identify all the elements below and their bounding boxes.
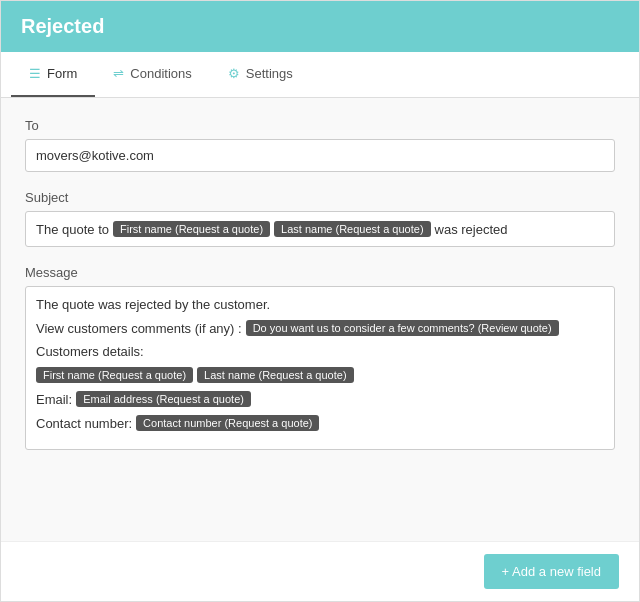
modal-title: Rejected bbox=[21, 15, 104, 37]
form-icon: ☰ bbox=[29, 66, 41, 81]
conditions-icon: ⇌ bbox=[113, 66, 124, 81]
message-contact-prefix: Contact number: bbox=[36, 416, 132, 431]
tab-settings-label: Settings bbox=[246, 66, 293, 81]
subject-tag-firstname[interactable]: First name (Request a quote) bbox=[113, 221, 270, 237]
modal-footer: + Add a new field bbox=[1, 541, 639, 601]
subject-suffix: was rejected bbox=[435, 222, 508, 237]
message-email-prefix: Email: bbox=[36, 392, 72, 407]
message-line-4: First name (Request a quote) Last name (… bbox=[36, 367, 604, 383]
subject-prefix: The quote to bbox=[36, 222, 109, 237]
message-tag-firstname[interactable]: First name (Request a quote) bbox=[36, 367, 193, 383]
tabs-bar: ☰ Form ⇌ Conditions ⚙ Settings bbox=[1, 52, 639, 98]
message-tag-contact[interactable]: Contact number (Request a quote) bbox=[136, 415, 319, 431]
message-line-6: Contact number: Contact number (Request … bbox=[36, 415, 604, 431]
modal-header: Rejected bbox=[1, 1, 639, 52]
content-area: To Subject The quote to First name (Requ… bbox=[1, 98, 639, 541]
subject-field[interactable]: The quote to First name (Request a quote… bbox=[25, 211, 615, 247]
modal-container: Rejected ☰ Form ⇌ Conditions ⚙ Settings … bbox=[0, 0, 640, 602]
message-line-5: Email: Email address (Request a quote) bbox=[36, 391, 604, 407]
message-text-1: The quote was rejected by the customer. bbox=[36, 297, 270, 312]
message-label: Message bbox=[25, 265, 615, 280]
tab-form[interactable]: ☰ Form bbox=[11, 52, 95, 97]
to-field-group: To bbox=[25, 118, 615, 172]
tab-form-label: Form bbox=[47, 66, 77, 81]
message-tag-review[interactable]: Do you want us to consider a few comment… bbox=[246, 320, 559, 336]
tab-conditions-label: Conditions bbox=[130, 66, 191, 81]
message-field-group: Message The quote was rejected by the cu… bbox=[25, 265, 615, 450]
subject-field-group: Subject The quote to First name (Request… bbox=[25, 190, 615, 247]
message-box[interactable]: The quote was rejected by the customer. … bbox=[25, 286, 615, 450]
message-line-3: Customers details: bbox=[36, 344, 604, 359]
message-tag-email[interactable]: Email address (Request a quote) bbox=[76, 391, 251, 407]
message-line-2: View customers comments (if any) : Do yo… bbox=[36, 320, 604, 336]
add-field-label: + Add a new field bbox=[502, 564, 601, 579]
message-tag-lastname[interactable]: Last name (Request a quote) bbox=[197, 367, 353, 383]
subject-tag-lastname[interactable]: Last name (Request a quote) bbox=[274, 221, 430, 237]
tab-settings[interactable]: ⚙ Settings bbox=[210, 52, 311, 97]
message-text-3: Customers details: bbox=[36, 344, 144, 359]
settings-icon: ⚙ bbox=[228, 66, 240, 81]
message-line-1: The quote was rejected by the customer. bbox=[36, 297, 604, 312]
to-input[interactable] bbox=[25, 139, 615, 172]
message-text-2: View customers comments (if any) : bbox=[36, 321, 242, 336]
subject-label: Subject bbox=[25, 190, 615, 205]
add-field-button[interactable]: + Add a new field bbox=[484, 554, 619, 589]
to-label: To bbox=[25, 118, 615, 133]
tab-conditions[interactable]: ⇌ Conditions bbox=[95, 52, 209, 97]
